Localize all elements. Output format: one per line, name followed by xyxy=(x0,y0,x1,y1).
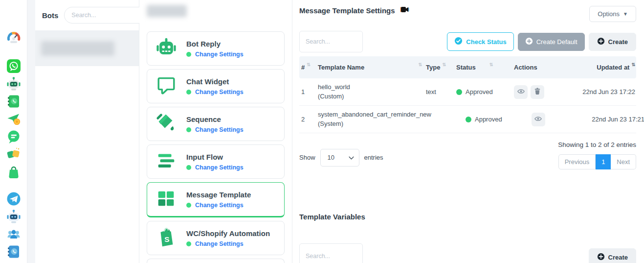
chat-bubble-green-icon[interactable] xyxy=(6,129,21,144)
bot-name-redacted xyxy=(41,41,114,56)
table-row: 2 system_abandoned_cart_reminder_new (Sy… xyxy=(299,106,636,133)
page-1-button[interactable]: 1 xyxy=(596,154,611,169)
card-title: Bot Reply xyxy=(186,40,244,48)
bot-blue-icon[interactable] xyxy=(6,209,21,224)
column-header-num[interactable]: #⇅ xyxy=(299,64,316,71)
column-header-updated-at[interactable]: Updated at⇅ xyxy=(564,64,636,71)
status-dot xyxy=(186,52,191,57)
row-number: 1 xyxy=(299,88,316,96)
change-settings-link[interactable]: Change Settings xyxy=(195,202,244,209)
change-settings-link[interactable]: Change Settings xyxy=(195,126,244,133)
whatsapp-icon[interactable] xyxy=(6,59,21,73)
settings-card-chat-widget[interactable]: Chat Widget Change Settings xyxy=(147,69,285,103)
bot-list-item-selected[interactable] xyxy=(35,30,139,66)
template-name: system_abandoned_cart_reminder_new xyxy=(318,110,431,120)
video-camera-icon[interactable] xyxy=(400,6,409,15)
paint-bucket-icon xyxy=(155,112,178,136)
template-name-cell: system_abandoned_cart_reminder_new (Syst… xyxy=(316,110,433,129)
panel-gutter xyxy=(27,0,35,263)
settings-card-partial xyxy=(147,259,285,263)
panel-title-redacted xyxy=(147,5,187,17)
change-settings-link[interactable]: Change Settings xyxy=(195,89,244,96)
svg-text:S: S xyxy=(164,235,169,243)
bots-panel: Bots xyxy=(35,0,139,263)
approved-status-dot xyxy=(456,89,462,95)
telegram-icon[interactable] xyxy=(6,191,21,206)
plus-circle-icon xyxy=(597,37,605,47)
page-title: Message Template Settings xyxy=(299,6,395,15)
sort-icon: ⇅ xyxy=(631,62,635,67)
updated-at: 22nd Jun 23 17:21 xyxy=(573,116,644,123)
view-button[interactable] xyxy=(532,113,545,126)
settings-card-wc-shopify[interactable]: S WC/Shopify Automation Change Settings xyxy=(147,221,285,255)
status-label: Approved xyxy=(466,88,493,96)
settings-card-sequence[interactable]: Sequence Change Settings xyxy=(147,107,285,141)
group-people-blue-icon[interactable] xyxy=(6,227,21,241)
column-header-actions: Actions xyxy=(512,64,564,71)
bot-green-icon[interactable] xyxy=(6,76,21,91)
dashboard-speedometer-icon[interactable] xyxy=(6,30,21,45)
plus-circle-icon xyxy=(525,37,533,47)
status-dot xyxy=(186,203,191,208)
trash-icon xyxy=(533,87,541,96)
card-title: Message Template xyxy=(186,191,251,199)
settings-card-input-flow[interactable]: Input Flow Change Settings xyxy=(147,144,285,179)
shop-bag-green-icon[interactable] xyxy=(6,165,21,179)
shopify-bag-icon: S xyxy=(155,226,178,250)
status-dot xyxy=(186,127,191,132)
template-type: text xyxy=(424,88,454,96)
change-settings-link[interactable]: Change Settings xyxy=(195,164,244,171)
change-settings-link[interactable]: Change Settings xyxy=(195,240,244,247)
template-variables-heading: Template Variables xyxy=(299,213,636,221)
integration-hands-icon[interactable] xyxy=(6,147,21,162)
template-variables-section: Template Variables Create xyxy=(299,213,636,263)
status-dot xyxy=(186,165,191,170)
card-title: Input Flow xyxy=(186,153,244,161)
template-name-cell: hello_world (Custom) xyxy=(316,83,424,101)
sort-icon: ⇅ xyxy=(418,62,422,67)
check-circle-icon xyxy=(454,37,463,47)
plus-circle-icon xyxy=(597,253,605,262)
table-header-row: #⇅ Template Name⇅ Type⇅ Status⇅ Actions … xyxy=(299,56,636,78)
check-status-button[interactable]: Check Status xyxy=(447,32,513,51)
contacts-book-green-icon[interactable] xyxy=(6,94,21,109)
card-title: WC/Shopify Automation xyxy=(186,229,270,238)
create-default-button[interactable]: Create Default xyxy=(518,33,585,51)
view-button[interactable] xyxy=(514,85,528,99)
options-button[interactable]: Options▼ xyxy=(589,6,636,22)
sort-icon: ⇅ xyxy=(307,62,311,67)
grid-squares-icon xyxy=(155,187,178,212)
settings-card-bot-reply[interactable]: Bot Reply Change Settings xyxy=(147,31,285,66)
delete-button[interactable] xyxy=(531,85,544,99)
card-title: Sequence xyxy=(186,115,244,123)
bot-settings-panel: Bot Reply Change Settings Chat Widget Ch… xyxy=(139,0,292,263)
template-search-input[interactable] xyxy=(299,31,363,52)
status-dot xyxy=(186,90,191,95)
table-row: 1 hello_world (Custom) text Approved xyxy=(299,78,636,106)
column-header-type[interactable]: Type⇅ xyxy=(424,64,454,71)
create-variable-button[interactable]: Create xyxy=(589,248,636,263)
approved-status-dot xyxy=(466,117,471,122)
contacts-book-blue-icon[interactable] xyxy=(6,244,21,259)
show-label: Show xyxy=(299,154,315,161)
template-variables-search-input[interactable] xyxy=(299,243,363,263)
previous-page-button[interactable]: Previous xyxy=(558,154,596,169)
chevron-down-icon: ▼ xyxy=(623,11,628,17)
app-window: Bots Bot Reply Cha xyxy=(0,0,644,263)
template-origin: (Custom) xyxy=(318,92,422,101)
settings-card-message-template[interactable]: Message Template Change Settings xyxy=(147,182,285,217)
chat-widget-icon xyxy=(155,74,178,98)
column-header-template-name[interactable]: Template Name⇅ xyxy=(316,64,424,71)
next-page-button[interactable]: Next xyxy=(611,154,636,169)
create-button[interactable]: Create xyxy=(589,33,636,51)
chevron-down-icon xyxy=(349,154,354,161)
main-panel: Message Template Settings Options▼ xyxy=(292,0,644,263)
broadcast-plane-coin-icon[interactable] xyxy=(6,112,21,126)
sort-icon: ⇅ xyxy=(489,62,493,67)
actions-cell xyxy=(512,85,564,99)
pagination: Previous 1 Next xyxy=(558,154,636,169)
change-settings-link[interactable]: Change Settings xyxy=(195,51,244,58)
status-cell: Approved xyxy=(454,88,512,96)
page-size-select[interactable]: 10 xyxy=(320,149,359,167)
column-header-status[interactable]: Status⇅ xyxy=(454,64,512,71)
